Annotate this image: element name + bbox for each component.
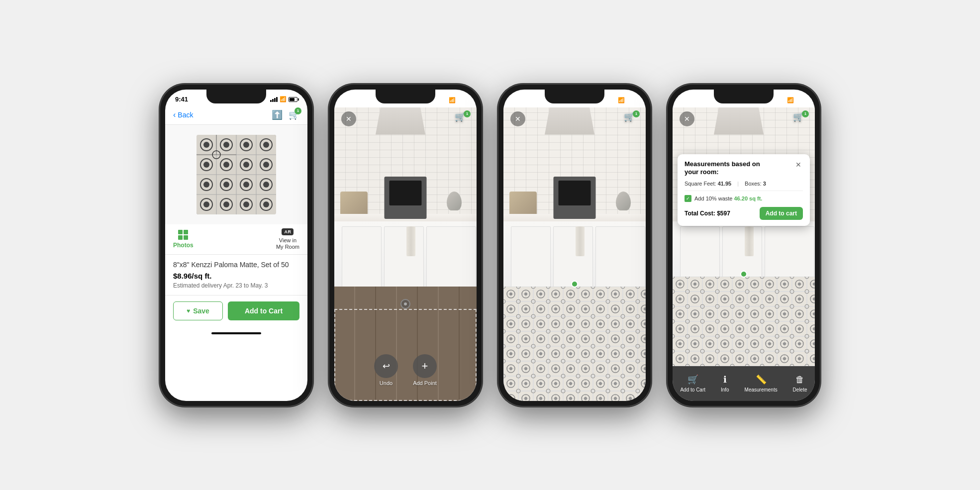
photos-icon xyxy=(178,230,188,240)
range-hood-4 xyxy=(714,107,764,135)
status-time-1: 9:41 xyxy=(175,96,188,103)
add-point-button[interactable]: + Add Point xyxy=(413,354,437,386)
ar-close-button-3[interactable]: ✕ xyxy=(510,111,525,126)
toolbar-measurements-icon: 📏 xyxy=(756,374,767,385)
waste-checkbox[interactable]: ✓ xyxy=(685,195,691,202)
signal-icon-2 xyxy=(439,98,447,103)
svg-point-18 xyxy=(223,162,229,168)
battery-icon-1 xyxy=(289,97,297,102)
cart-button[interactable]: 🛒 1 xyxy=(289,109,299,120)
popup-measurements: Square Feet: 41.95 | Boxes: 3 xyxy=(685,181,803,191)
battery-icon-3 xyxy=(627,98,636,103)
phone-1: 9:41 📶 ‹ Bac xyxy=(159,84,313,407)
toolbar-delete-label: Delete xyxy=(793,387,807,392)
svg-point-28 xyxy=(243,182,249,188)
product-image-area xyxy=(165,125,307,224)
undo-icon: ↩ xyxy=(374,354,398,378)
ar-cart-button-3[interactable]: 🛒 1 xyxy=(624,111,639,126)
svg-point-12 xyxy=(243,142,249,148)
ar-close-button-4[interactable]: ✕ xyxy=(680,111,694,126)
home-indicator-1 xyxy=(165,326,307,336)
ar-cart-button-2[interactable]: 🛒 1 xyxy=(455,111,470,126)
svg-rect-50 xyxy=(503,287,646,401)
product-image xyxy=(196,135,276,214)
notch-1 xyxy=(206,90,266,103)
ar-badge: AR xyxy=(282,228,294,235)
waste-value: 46.20 sq ft. xyxy=(734,196,763,201)
wifi-icon-3: 📶 xyxy=(618,97,625,103)
bread-box-2 xyxy=(340,192,368,214)
tile-svg xyxy=(196,135,276,214)
photos-label: Photos xyxy=(173,242,194,249)
toolbar-delete[interactable]: 🗑 Delete xyxy=(793,375,807,392)
ar-close-button-2[interactable]: ✕ xyxy=(341,111,356,126)
oven-2 xyxy=(385,177,427,219)
action-buttons-1: ♥ Save Add to Cart xyxy=(165,295,307,326)
toolbar-delete-icon: 🗑 xyxy=(795,375,804,385)
towel-3 xyxy=(576,226,585,256)
back-label: Back xyxy=(178,111,193,119)
heart-icon: ♥ xyxy=(187,307,190,314)
undo-label: Undo xyxy=(380,380,392,386)
oven-glass-3 xyxy=(559,181,591,205)
svg-point-14 xyxy=(263,142,269,148)
ar-screen-2: 9:41 📶 xyxy=(334,90,477,401)
toolbar-info[interactable]: ℹ Info xyxy=(721,374,729,392)
status-icons-2: 📶 xyxy=(439,97,467,103)
signal-icon-4 xyxy=(778,98,785,103)
total-value: $597 xyxy=(717,210,730,217)
svg-point-10 xyxy=(223,142,229,148)
sq-feet-value: 41.95 xyxy=(718,181,732,187)
svg-point-34 xyxy=(223,201,229,207)
phone-2-screen: 9:41 📶 xyxy=(334,90,477,401)
share-icon[interactable]: ⬆️ xyxy=(272,109,283,120)
toolbar-measurements[interactable]: 📏 Measurements xyxy=(745,374,778,392)
measurements-popup: Measurements based onyour room: ✕ Square… xyxy=(678,154,810,226)
tile-floor-svg-3 xyxy=(503,287,646,401)
save-label: Save xyxy=(193,307,209,315)
ar-cart-button-4[interactable]: 🛒 1 xyxy=(793,111,808,126)
add-point-label: Add Point xyxy=(413,380,437,386)
product-price: $8.96/sq ft. xyxy=(173,272,299,280)
add-point-icon: + xyxy=(413,354,437,378)
toolbar-add-to-cart-label: Add to Cart xyxy=(680,387,705,392)
signal-icon-3 xyxy=(608,98,616,103)
wifi-icon-4: 📶 xyxy=(787,97,794,103)
phone-3-screen: 9:41 📶 xyxy=(503,90,646,401)
boxes-label: Boxes: 3 xyxy=(745,181,766,187)
phone-4-screen: 9:41 📶 xyxy=(673,90,815,401)
popup-close-button[interactable]: ✕ xyxy=(794,160,803,169)
total-cost: Total Cost: $597 xyxy=(685,210,730,217)
product-name: 8"x8" Kenzzi Paloma Matte, Set of 50 xyxy=(173,261,299,269)
towel-2 xyxy=(406,226,415,256)
popup-title: Measurements based onyour room: xyxy=(685,160,760,177)
nav-bar-1: ‹ Back ⬆️ 🛒 1 xyxy=(165,107,307,125)
phone-3: 9:41 📶 xyxy=(497,84,652,407)
svg-point-38 xyxy=(263,201,269,207)
tile-floor-3 xyxy=(503,287,646,401)
status-icons-1: 📶 xyxy=(270,96,297,102)
popup-header: Measurements based onyour room: ✕ xyxy=(685,160,803,177)
status-bar-2: 9:41 📶 xyxy=(334,90,477,107)
ar-tab[interactable]: AR View inMy Room xyxy=(276,228,299,250)
sq-feet-label: Square Feet: 41.95 xyxy=(685,181,731,187)
svg-point-16 xyxy=(203,162,209,168)
add-to-cart-button-1[interactable]: Add to Cart xyxy=(228,301,299,320)
tile-floor-4 xyxy=(673,277,815,366)
undo-button[interactable]: ↩ Undo xyxy=(374,354,398,386)
ar-bottom-controls-2: ↩ Undo + Add Point xyxy=(334,354,477,386)
svg-point-30 xyxy=(263,182,269,188)
popup-add-to-cart-button[interactable]: Add to cart xyxy=(760,207,803,220)
popup-divider: | xyxy=(737,181,739,187)
ar-screen-3: 9:41 📶 xyxy=(503,90,646,401)
toolbar-add-to-cart[interactable]: 🛒 Add to Cart xyxy=(680,374,705,392)
status-time-3: 9:41 xyxy=(513,97,526,104)
signal-icon-1 xyxy=(270,97,278,102)
status-icons-4: 📶 xyxy=(778,97,805,103)
back-button[interactable]: ‹ Back xyxy=(173,110,193,119)
save-button[interactable]: ♥ Save xyxy=(173,301,223,320)
battery-icon-2 xyxy=(458,98,467,103)
ar-green-dot-4 xyxy=(740,271,747,278)
photos-tab[interactable]: Photos xyxy=(173,230,194,249)
oven-glass-2 xyxy=(390,181,422,205)
